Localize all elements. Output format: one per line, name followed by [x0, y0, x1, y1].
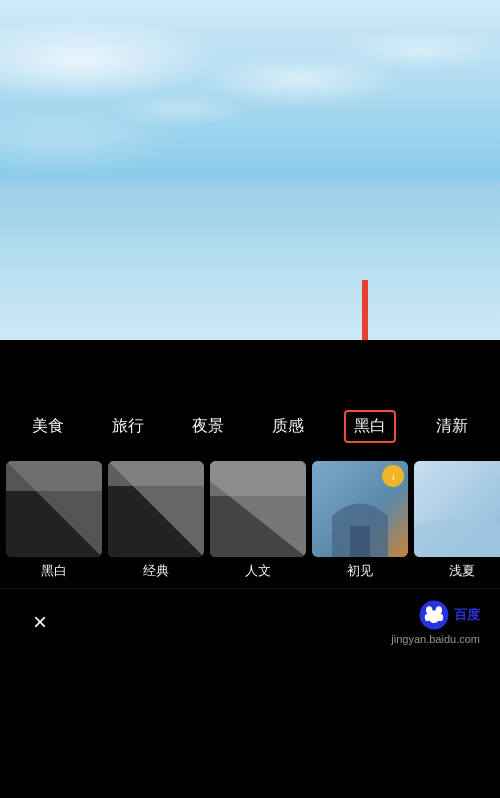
baidu-url: jingyan.baidu.com: [391, 633, 480, 645]
bottom-bar: × 百度 jingyan.baidu.com: [0, 588, 500, 655]
baidu-logo: 百度: [418, 599, 480, 631]
filter-thumb-label-renwen: 人文: [245, 562, 271, 580]
filter-thumb-jingdian[interactable]: 经典: [108, 461, 204, 580]
filter-thumb-label-jingdian: 经典: [143, 562, 169, 580]
baidu-text: 百度: [454, 606, 480, 624]
svg-point-19: [425, 614, 431, 621]
filter-tab-lvxing[interactable]: 旅行: [104, 412, 152, 441]
svg-rect-11: [210, 461, 306, 496]
svg-rect-13: [350, 526, 370, 557]
filter-tab-qingxin[interactable]: 清新: [428, 412, 476, 441]
filter-thumb-label-heibai: 黑白: [41, 562, 67, 580]
filter-thumb-img-heibai: [6, 461, 102, 557]
svg-rect-5: [6, 461, 102, 491]
filter-tab-yejing[interactable]: 夜景: [184, 412, 232, 441]
filter-tab-heibai[interactable]: 黑白: [344, 410, 396, 443]
filter-thumb-img-renwen: [210, 461, 306, 557]
download-badge: ↓: [382, 465, 404, 487]
filter-thumb-img-chujian: ↓: [312, 461, 408, 557]
filter-thumb-img-qianxia: [414, 461, 500, 557]
filter-tab-meishi[interactable]: 美食: [24, 412, 72, 441]
filter-thumb-label-qianxia: 浅夏: [449, 562, 475, 580]
baidu-icon: [418, 599, 450, 631]
filter-thumb-heibai[interactable]: 黑白: [6, 461, 102, 580]
svg-rect-8: [108, 461, 204, 486]
baidu-watermark: 百度 jingyan.baidu.com: [391, 599, 480, 645]
filter-thumb-renwen[interactable]: 人文: [210, 461, 306, 580]
black-spacer: [0, 340, 500, 400]
water-area: [0, 180, 500, 340]
svg-point-20: [438, 614, 444, 621]
close-button[interactable]: ×: [20, 602, 60, 642]
filter-thumb-img-jingdian: [108, 461, 204, 557]
filter-tab-zhigan[interactable]: 质感: [264, 412, 312, 441]
filter-thumb-chujian[interactable]: ↓ 初见: [312, 461, 408, 580]
filter-thumb-label-chujian: 初见: [347, 562, 373, 580]
photo-preview: [0, 0, 500, 340]
filter-thumb-qianxia[interactable]: 浅夏: [414, 461, 500, 580]
filter-thumbs-row: 黑白 经典 人文: [0, 453, 500, 588]
filter-tabs-row: 美食 旅行 夜景 质感 黑白 清新: [0, 400, 500, 453]
